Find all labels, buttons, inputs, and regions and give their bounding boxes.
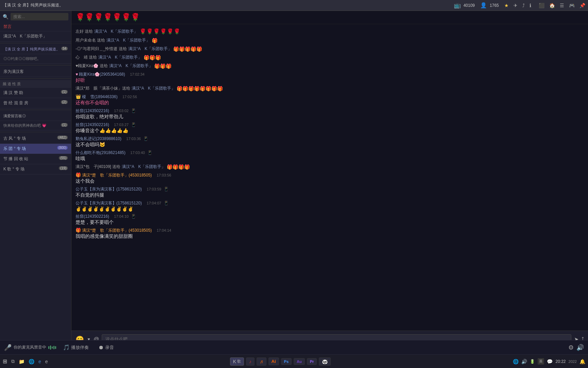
chat-msg-haiyou: 👑 榎 雪(189446336) 17:02:56 还有你不会唱的 — [76, 93, 584, 107]
game-icon[interactable]: 🎮 — [569, 3, 575, 8]
netease-app[interactable]: ♪ — [246, 357, 255, 366]
au-app[interactable]: Au — [294, 358, 305, 365]
msg-content-doutui: 不自觉的抖腿 — [76, 192, 584, 198]
phone-badge-2: 📱 — [131, 122, 136, 127]
search-icon: 🔍 — [3, 14, 9, 19]
username-xue: 榎 雪(189446336) — [82, 94, 117, 99]
ban-button[interactable]: 禁言 — [0, 22, 71, 31]
task-view-icon[interactable]: ⧉ — [11, 358, 15, 364]
wave-bar-1 — [48, 346, 49, 349]
chat-msg-zhege: 🎁 满汉*楚 歌「乐团歌手」(453018505) 17:03:56 这个我会 — [76, 171, 584, 185]
volume-icon[interactable]: 🔊 — [576, 344, 584, 351]
room-archive[interactable]: 节 播 回 收 站 (55) — [0, 154, 71, 164]
home-icon[interactable]: 🏠 — [549, 3, 555, 8]
crown-badge: 👑 — [76, 94, 81, 99]
lang-indicator[interactable]: 英 — [538, 358, 544, 365]
roses-decoration: 🌹🌹🌹🌹🌹🌹🌹 — [76, 13, 140, 21]
username-chuge2: 满汉*楚 歌「乐团歌手」(453018505) — [82, 228, 152, 233]
room-band[interactable]: 乐 团 ° 专 场 (800) — [0, 144, 71, 154]
search-input[interactable] — [11, 13, 68, 20]
pin-icon[interactable]: 📌 — [579, 3, 585, 8]
browser-icon[interactable]: 🌐 — [29, 359, 34, 364]
room-karaoke[interactable]: K 歌 ° 专 场 (19) — [0, 164, 71, 174]
pr-icon: Pr — [310, 359, 314, 364]
channel-title: 【满 汉 全 席】纯男声娱乐频道。 — [3, 2, 454, 8]
viewers-icon: 📺 — [454, 2, 461, 9]
board-item[interactable]: 满爱留言板◎ — [0, 111, 71, 121]
viewers-count: 40109 — [463, 3, 475, 8]
gift-sender-2: 用户未命名 送给 — [76, 37, 105, 43]
list-icon[interactable]: ☰ — [560, 3, 564, 8]
timestamp-5: 17:03:36 — [122, 137, 141, 141]
user-item[interactable]: 满汉°A K「乐团歌手」 — [0, 31, 71, 42]
gift-sender-3: -◎°与君同归＿_怜惜逝 送给 — [76, 46, 127, 52]
mix-item[interactable]: 曾 经 混 音 房 (2) — [0, 98, 71, 108]
gift-icon-6: 🎁🎁🎁🎁🎁🎁🎁🎁 — [177, 86, 223, 91]
sys-left: ⊞ ⧉ 📁 🌐 e e — [3, 358, 48, 365]
gift-message-2: 用户未命名 送给 满汉°A K「乐团歌手」 🎁 — [76, 36, 584, 45]
wave-bar-4 — [53, 346, 54, 349]
panel-label[interactable]: 亲为满汉客 — [0, 67, 71, 77]
info-icon[interactable]: ℹ — [529, 3, 531, 8]
username-shiku1: 拾窟(1243502216) — [76, 108, 109, 113]
username-gongzi2: 公子玉【亲为满汉客】(1758615120) — [76, 201, 142, 205]
msg-content-victory: ✌✌✌✌✌✌✌✌✌✌ — [76, 206, 584, 212]
gift-sender-1: 左好 送给 — [76, 29, 93, 34]
kge-app[interactable]: K 歌 — [230, 357, 244, 366]
username-gongzi1: 公子玉【亲为满汉客】(1758615120) — [76, 187, 142, 191]
file-explorer-icon[interactable]: 📁 — [19, 359, 24, 364]
chat-msg-chuchu: 拾窟(1243502216) 17:04:10 📱 楚楚，要不要唱个 — [76, 212, 584, 226]
timestamp-2: 17:02:56 — [119, 95, 137, 99]
followers-icon: 👤 — [480, 2, 487, 9]
settings-icon[interactable]: ⚙ — [568, 344, 574, 351]
username-kira: 顾夏Kira🌸(2905364168) — [79, 72, 125, 77]
plane-icon[interactable]: ✈ — [513, 3, 518, 8]
ie-icon[interactable]: e — [45, 359, 48, 364]
mic-indicator: 🎤 你的麦克风禁音中 — [4, 344, 56, 351]
chat-msg-nichang: 拾窟(1243502216) 17:03:02 📱 你唱这歌，绝对带劲儿 — [76, 107, 584, 121]
timestamp-4: 17:03:27 — [110, 123, 129, 127]
main-content: 🌹🌹🌹🌹🌹🌹🌹 左好 送给 满汉°A K「乐团歌手」 🌹🌹🌹🌹🌹🌹 用户未命名 … — [71, 11, 588, 348]
sys-right: 🌐 🔊 🔋 英 💬 20:22 2022 🔔 — [513, 358, 585, 365]
notification-icon[interactable]: 🔔 — [579, 359, 585, 364]
kuwo-app[interactable]: ♬ — [257, 357, 266, 366]
gift-receiver-1: 满汉°A K「乐团歌手」 — [94, 29, 138, 34]
gift-receiver-3: 满汉°A K「乐团歌手」 — [128, 46, 172, 52]
wave-bar-2 — [50, 346, 51, 350]
ai-app[interactable]: Ai — [268, 357, 279, 365]
sidebar: 🔍 禁言 满汉°A K「乐团歌手」 【满 汉 全 席 】纯男声娱乐频道。 54 … — [0, 11, 71, 348]
timestamp-6: 17:03:40 — [127, 151, 145, 155]
star-icon[interactable]: ★ — [504, 3, 509, 8]
gift-icon-5: 🎁🎁🎁 — [154, 63, 172, 69]
window-icon[interactable]: ⬛ — [539, 3, 544, 8]
misc-app[interactable]: 🐼 — [319, 357, 331, 366]
share-icon[interactable]: ⤴ — [522, 3, 525, 8]
gift-icon-1: 🌹🌹🌹🌹🌹🌹 — [140, 28, 180, 35]
volume-sys-icon[interactable]: 🔊 — [521, 359, 527, 364]
start-icon[interactable]: ⊞ — [3, 358, 7, 365]
board-sub-item: 快来给你的男神表白吧 💗 (1) — [0, 121, 71, 131]
system-taskbar: ⊞ ⧉ 📁 🌐 e e K 歌 ♪ ♬ Ai Ps Au P — [0, 354, 588, 368]
wechat-icon[interactable]: 💬 — [547, 359, 553, 364]
help-item[interactable]: 满 汉 赞 助 (1) — [0, 88, 71, 98]
au-icon: Au — [297, 359, 302, 364]
play-accompaniment-btn[interactable]: 🎵 播放伴奏 — [60, 343, 92, 352]
ai-icon: Ai — [272, 359, 276, 364]
edge-icon[interactable]: e — [38, 359, 41, 364]
time-display: 20:22 — [555, 359, 566, 364]
gift-icon-4: 🎁🎁🎁 — [144, 55, 161, 60]
room-ancient[interactable]: 古 风 ° 专 场 (482) — [0, 134, 71, 144]
pr-app[interactable]: Pr — [307, 358, 317, 365]
gift-badge-2: 🎁 — [76, 228, 81, 233]
chat-msg-zhebu: 鹅兔私进记(2038988610) 17:03:36 📱 这不会唱吗🐱 — [76, 135, 584, 149]
phone-badge-1: 📱 — [131, 108, 136, 113]
record-label: 录音 — [105, 344, 114, 351]
battery-icon[interactable]: 🔋 — [530, 359, 535, 364]
network-icon[interactable]: 🌐 — [513, 359, 519, 364]
date-display: 2022 — [569, 359, 577, 364]
heart-icon-msg: ♥ — [76, 72, 78, 77]
channel-name-item: 【满 汉 全 席 】纯男声娱乐频道。 54 — [0, 45, 71, 54]
record-btn[interactable]: ⏺ 录音 — [96, 343, 117, 352]
gift-receiver-4: 满汉°A K「乐团歌手」 — [98, 55, 142, 60]
ps-app[interactable]: Ps — [281, 358, 292, 365]
